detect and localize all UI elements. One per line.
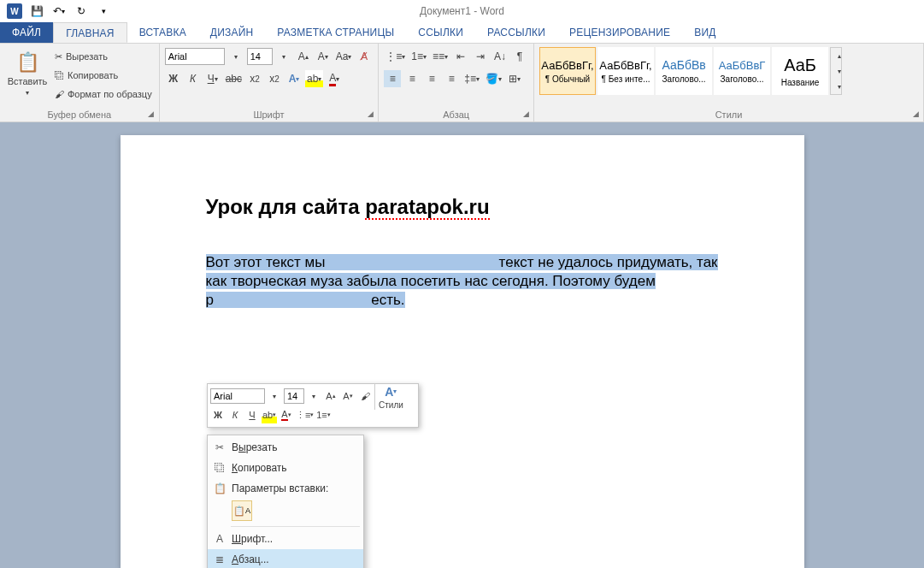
multilevel-button[interactable]: ≡≡▾ <box>431 48 450 65</box>
ribbon: 📋 Вставить▾ ✂Вырезать ⿻Копировать 🖌Форма… <box>0 44 924 122</box>
title-bar: W 💾 ↶▾ ↻ ▾ Документ1 - Word <box>0 0 924 22</box>
align-center-button[interactable]: ≡ <box>403 70 421 87</box>
mini-underline[interactable]: Ч <box>244 406 260 423</box>
style-normal[interactable]: АаБбВвГг, ¶ Обычный <box>539 47 596 95</box>
ctx-cut[interactable]: ✂Вырезать <box>208 437 363 458</box>
font-name-dropdown[interactable]: ▾ <box>227 48 244 65</box>
mini-grow-font[interactable]: A▴ <box>323 388 338 405</box>
borders-button[interactable]: ⊞▾ <box>506 70 523 87</box>
decrease-indent-button[interactable]: ⇤ <box>452 48 469 65</box>
justify-button[interactable]: ≡ <box>443 70 460 87</box>
shrink-font-button[interactable]: A▾ <box>315 48 332 65</box>
group-styles: АаБбВвГг, ¶ Обычный АаБбВвГг, ¶ Без инте… <box>534 44 924 121</box>
paragraph-icon: ≣ <box>213 553 227 565</box>
mini-size-dd[interactable]: ▾ <box>306 388 321 405</box>
paste-icon: 📋 <box>213 482 227 494</box>
tab-layout[interactable]: РАЗМЕТКА СТРАНИЦЫ <box>265 22 406 43</box>
tab-insert[interactable]: ВСТАВКА <box>127 22 198 43</box>
ctx-font[interactable]: AШрифт... <box>208 529 363 549</box>
italic-button[interactable]: К <box>185 70 202 87</box>
tab-home[interactable]: ГЛАВНАЯ <box>53 22 127 43</box>
mini-font-dd[interactable]: ▾ <box>267 388 282 405</box>
qat-customize-button[interactable]: ▾ <box>93 2 114 21</box>
tab-review[interactable]: РЕЦЕНЗИРОВАНИЕ <box>557 22 682 43</box>
ctx-paste-options: 📋A <box>208 499 363 524</box>
paste-button[interactable]: 📋 Вставить▾ <box>5 47 50 104</box>
tab-references[interactable]: ССЫЛКИ <box>406 22 475 43</box>
mini-numbering[interactable]: 1≡▾ <box>315 406 331 423</box>
tab-file[interactable]: ФАЙЛ <box>0 22 53 43</box>
underline-button[interactable]: Ч▾ <box>204 70 221 87</box>
save-button[interactable]: 💾 <box>26 2 47 21</box>
mini-styles-label: Стили <box>379 400 403 410</box>
style-heading1[interactable]: АаБбВв Заголово... <box>656 47 712 95</box>
spelling-error[interactable]: paratapok.ru <box>365 195 489 220</box>
mini-highlight[interactable]: ab▾ <box>262 406 277 423</box>
redo-button[interactable]: ↻ <box>71 2 91 21</box>
scissors-icon: ✂ <box>55 51 62 62</box>
styles-scroll-down[interactable]: ▾ <box>831 63 848 79</box>
copy-icon: ⿻ <box>55 70 64 80</box>
selected-text[interactable]: Вот этот текст мы текст не удалось приду… <box>206 254 718 308</box>
style-heading2[interactable]: АаБбВвГ Заголово... <box>714 47 770 95</box>
sort-button[interactable]: A↓ <box>491 48 509 65</box>
mini-format-painter[interactable]: 🖌 <box>357 388 373 405</box>
mini-styles-button[interactable]: A▾ <box>379 383 403 400</box>
change-case-button[interactable]: Aa▾ <box>334 48 354 65</box>
ctx-paste-options-label: 📋Параметры вставки: <box>208 478 363 499</box>
copy-button[interactable]: ⿻Копировать <box>53 66 154 85</box>
separator <box>231 526 360 527</box>
text-effects-button[interactable]: A▾ <box>285 70 303 87</box>
highlight-button[interactable]: ab▾ <box>305 70 323 87</box>
mini-italic[interactable]: К <box>227 406 243 423</box>
tab-design[interactable]: ДИЗАЙН <box>198 22 266 43</box>
format-painter-button[interactable]: 🖌Формат по образцу <box>53 85 154 104</box>
align-left-button[interactable]: ≡ <box>384 70 401 87</box>
paste-label: Вставить <box>8 76 48 86</box>
tab-view[interactable]: ВИД <box>682 22 727 43</box>
mini-font-size[interactable] <box>284 388 304 404</box>
align-right-button[interactable]: ≡ <box>423 70 440 87</box>
ctx-paragraph[interactable]: ≣Абзац... <box>208 549 363 568</box>
mini-font-color[interactable]: A▾ <box>279 406 294 423</box>
ctx-copy[interactable]: ⿻Копировать <box>208 458 363 478</box>
show-marks-button[interactable]: ¶ <box>511 48 528 65</box>
tab-mailings[interactable]: РАССЫЛКИ <box>475 22 557 43</box>
font-size-input[interactable] <box>247 48 273 65</box>
styles-launcher[interactable]: ◢ <box>910 109 921 119</box>
mini-bold[interactable]: Ж <box>210 406 226 423</box>
strike-button[interactable]: abc <box>224 70 244 87</box>
subscript-button[interactable]: x2 <box>246 70 263 87</box>
doc-body[interactable]: Вот этот текст мы текст не удалось приду… <box>206 253 719 310</box>
line-spacing-button[interactable]: ‡≡▾ <box>462 70 481 87</box>
numbering-button[interactable]: 1≡▾ <box>409 48 428 65</box>
paste-keep-source[interactable]: 📋A <box>232 500 252 521</box>
bullets-button[interactable]: ⋮≡▾ <box>384 48 407 65</box>
font-color-button[interactable]: A▾ <box>326 70 343 87</box>
style-no-spacing[interactable]: АаБбВвГг, ¶ Без инте... <box>597 47 654 95</box>
shading-button[interactable]: 🪣▾ <box>484 70 503 87</box>
mini-shrink-font[interactable]: A▾ <box>340 388 356 405</box>
superscript-button[interactable]: x2 <box>266 70 283 87</box>
undo-button[interactable]: ↶▾ <box>49 2 69 21</box>
mini-bullets[interactable]: ⋮≡▾ <box>296 406 314 423</box>
group-clipboard: 📋 Вставить▾ ✂Вырезать ⿻Копировать 🖌Форма… <box>0 44 160 121</box>
font-launcher[interactable]: ◢ <box>365 109 375 119</box>
doc-heading[interactable]: Урок для сайта paratapok.ru <box>206 195 719 219</box>
style-title[interactable]: АаБ Название <box>772 47 828 95</box>
styles-more-button[interactable]: ▾ <box>831 79 848 94</box>
increase-indent-button[interactable]: ⇥ <box>472 48 489 65</box>
context-menu: ✂Вырезать ⿻Копировать 📋Параметры вставки… <box>207 435 364 568</box>
mini-font-name[interactable] <box>210 388 265 404</box>
cut-button[interactable]: ✂Вырезать <box>53 47 154 66</box>
clipboard-launcher[interactable]: ◢ <box>146 109 156 119</box>
bold-button[interactable]: Ж <box>165 70 182 87</box>
font-name-input[interactable] <box>165 48 225 65</box>
para-launcher[interactable]: ◢ <box>521 109 531 119</box>
grow-font-button[interactable]: A▴ <box>295 48 312 65</box>
scissors-icon: ✂ <box>213 441 227 453</box>
group-paragraph: ⋮≡▾ 1≡▾ ≡≡▾ ⇤ ⇥ A↓ ¶ ≡ ≡ ≡ ≡ ‡≡▾ 🪣▾ ⊞▾ А… <box>379 44 534 121</box>
font-size-dropdown[interactable]: ▾ <box>275 48 292 65</box>
styles-scroll-up[interactable]: ▴ <box>831 48 848 63</box>
clear-format-button[interactable]: A̸ <box>356 48 373 65</box>
